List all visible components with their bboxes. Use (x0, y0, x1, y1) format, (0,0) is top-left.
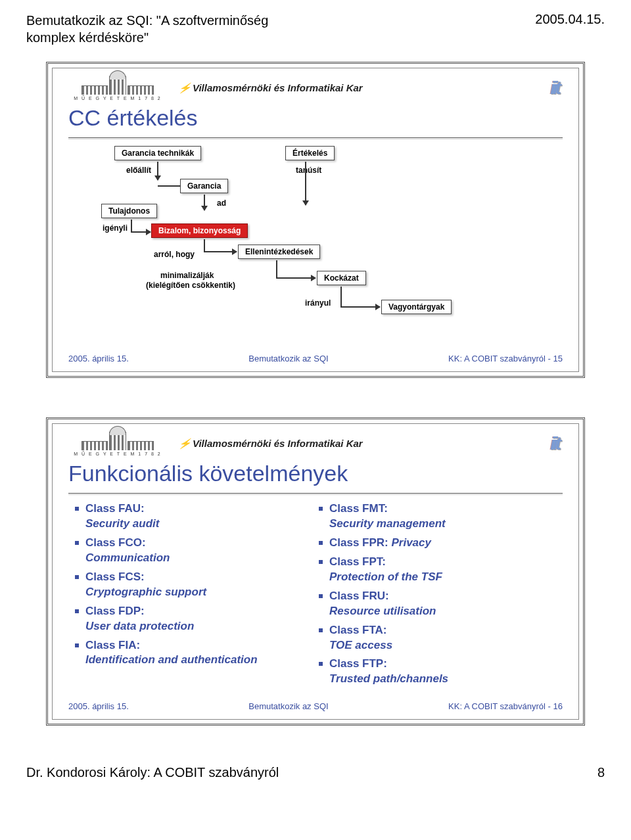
slide2-footer: 2005. április 15. Bemutatkozik az SQI KK… (68, 701, 563, 711)
bullet-icon (319, 594, 323, 598)
label-minimal2: (kielégítően csökkentik) (146, 281, 235, 290)
bullet-icon (75, 507, 79, 511)
slide-logos: M Ű E G Y E T E M 1 7 8 2 ⚡Villamosmérnö… (68, 431, 563, 457)
list-item-text: Class FDP:User data protection (85, 604, 194, 634)
box-ellenintezkedesek: Ellenintézkedések (238, 245, 320, 259)
bullet-icon (319, 560, 323, 564)
list-item: Class FTP:Trusted path/channels (319, 657, 556, 687)
title-divider (68, 493, 563, 494)
list-item: Class FRU:Resource utilisation (319, 589, 556, 619)
bullet-icon (319, 662, 323, 666)
box-ertekeles: Értékelés (285, 146, 335, 160)
label-arrol-hogy: arról, hogy (154, 250, 195, 259)
iit-logo-icon: iit (550, 78, 563, 99)
list-item-text: Class FAU:Security audit (85, 502, 159, 532)
list-item: Class FPR: Privacy (319, 536, 556, 551)
list-item-text: Class FIA:Identification and authenticat… (85, 638, 258, 668)
label-tanusit: tanúsít (296, 166, 321, 175)
doc-title-line1: Bemutatkozik az SQI: "A szoftverminőség (26, 13, 268, 28)
slide2-footer-date: 2005. április 15. (68, 701, 129, 711)
list-item: Class FDP:User data protection (75, 604, 312, 634)
slide2-title: Funkcionális követelmények (68, 461, 563, 486)
slide1-footer-date: 2005. április 15. (68, 354, 129, 363)
list-item-text: Class FCO:Communication (85, 536, 170, 566)
box-bizalom: Bizalom, bizonyosság (151, 223, 248, 238)
slide1-footer-right: KK: A COBIT szabványról - 15 (448, 354, 563, 363)
box-garancia: Garancia (180, 179, 228, 193)
page-number: 8 (597, 765, 605, 780)
box-kockazat: Kockázat (317, 271, 366, 285)
slide-1: M Ű E G Y E T E M 1 7 8 2 ⚡Villamosmérnö… (46, 62, 585, 378)
list-item: Class FCS:Cryptographic support (75, 570, 312, 600)
list-item-text: Class FCS:Cryptographic support (85, 570, 206, 600)
page-footer-left: Dr. Kondorosi Károly: A COBIT szabványró… (26, 765, 279, 780)
doc-title: Bemutatkozik az SQI: "A szoftverminőség … (26, 12, 268, 46)
requirements-columns: Class FAU:Security auditClass FCO:Commun… (68, 502, 563, 691)
list-item: Class FAU:Security audit (75, 502, 312, 532)
list-item: Class FTA:TOE access (319, 623, 556, 653)
list-item-text: Class FPT:Protection of the TSF (329, 555, 442, 585)
box-tulajdonos: Tulajdonos (101, 204, 157, 218)
slide-logos: M Ű E G Y E T E M 1 7 8 2 ⚡Villamosmérnö… (68, 75, 563, 101)
label-ad: ad (217, 198, 226, 208)
page-header: Bemutatkozik az SQI: "A szoftverminőség … (26, 12, 605, 46)
iit-logo-icon: iit (550, 433, 563, 454)
label-minimal1: minimalizálják (160, 271, 214, 280)
university-caption: M Ű E G Y E T E M 1 7 8 2 (68, 96, 167, 101)
bullet-icon (75, 575, 79, 579)
bolt-icon: ⚡ (177, 82, 192, 94)
bullet-icon (319, 541, 323, 545)
doc-date: 2005.04.15. (535, 12, 605, 27)
label-eloallit: előállít (126, 166, 151, 175)
left-column: Class FAU:Security auditClass FCO:Commun… (75, 502, 312, 691)
slide1-title: CC értékelés (68, 105, 563, 131)
university-logo-icon: M Ű E G Y E T E M 1 7 8 2 (68, 431, 167, 457)
bullet-icon (75, 541, 79, 545)
list-item-text: Class FMT:Security management (329, 502, 446, 532)
page-footer: Dr. Kondorosi Károly: A COBIT szabványró… (26, 765, 605, 780)
bolt-icon: ⚡ (177, 438, 192, 450)
doc-title-line2: komplex kérdésköre" (26, 30, 149, 45)
list-item: Class FMT:Security management (319, 502, 556, 532)
label-igenyli: igényli (103, 223, 128, 233)
slide-2: M Ű E G Y E T E M 1 7 8 2 ⚡Villamosmérnö… (46, 417, 585, 726)
cc-diagram: Garancia technikák Értékelés előállít ta… (68, 146, 563, 343)
slide2-footer-mid: Bemutatkozik az SQI (129, 701, 448, 711)
list-item-text: Class FTA:TOE access (329, 623, 392, 653)
slide2-footer-right: KK: A COBIT szabványról - 16 (448, 701, 563, 711)
university-logo-icon: M Ű E G Y E T E M 1 7 8 2 (68, 75, 167, 101)
box-vagyontargyak: Vagyontárgyak (381, 300, 452, 314)
bullet-icon (319, 628, 323, 632)
slide1-footer-mid: Bemutatkozik az SQI (129, 354, 448, 363)
bullet-icon (75, 643, 79, 647)
bullet-icon (75, 609, 79, 613)
list-item-text: Class FTP:Trusted path/channels (329, 657, 448, 687)
department-label: ⚡Villamosmérnöki és Informatikai Kar (179, 82, 363, 94)
list-item: Class FIA:Identification and authenticat… (75, 638, 312, 668)
slide1-footer: 2005. április 15. Bemutatkozik az SQI KK… (68, 354, 563, 363)
label-iranyul: irányul (305, 298, 331, 308)
list-item-text: Class FRU:Resource utilisation (329, 589, 436, 619)
list-item: Class FPT:Protection of the TSF (319, 555, 556, 585)
right-column: Class FMT:Security managementClass FPR: … (319, 502, 556, 691)
title-divider (68, 137, 563, 138)
box-garancia-technikak: Garancia technikák (114, 146, 201, 160)
university-caption: M Ű E G Y E T E M 1 7 8 2 (68, 452, 167, 456)
list-item: Class FCO:Communication (75, 536, 312, 566)
list-item-text: Class FPR: Privacy (329, 536, 431, 551)
bullet-icon (319, 507, 323, 511)
department-label: ⚡Villamosmérnöki és Informatikai Kar (179, 438, 363, 450)
